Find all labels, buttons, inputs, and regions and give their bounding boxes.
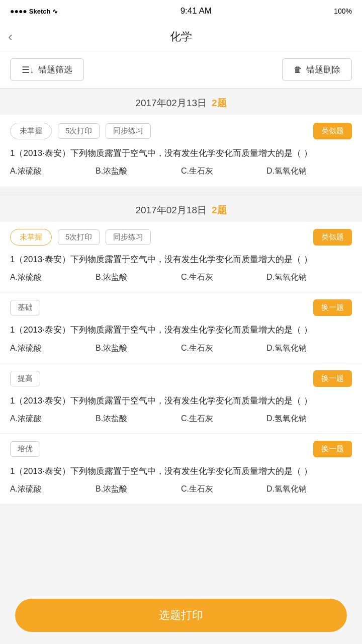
- tag-row-1-2: 提高 换一题: [10, 370, 352, 387]
- similar-button-0-0[interactable]: 类似题: [313, 123, 352, 139]
- print-button[interactable]: 选题打印: [15, 599, 347, 632]
- filter-button[interactable]: ☰↓ 错题筛选: [10, 58, 84, 81]
- question-card-1-0: 未掌握 5次打印 同步练习 类似题 1（2013·泰安）下列物质露置于空气中，没…: [0, 222, 362, 292]
- options-row-1-3: A.浓硫酸 B.浓盐酸 C.生石灰 D.氢氧化钠: [10, 484, 352, 495]
- tag-row-1-3: 培优 换一题: [10, 441, 352, 457]
- delete-button[interactable]: 🗑 错题删除: [282, 58, 352, 81]
- delete-icon: 🗑: [294, 65, 302, 75]
- option-A-1-1: A.浓硫酸: [10, 343, 96, 354]
- section-divider-0: [0, 192, 362, 196]
- option-C-1-2: C.生石灰: [181, 414, 266, 424]
- back-button[interactable]: ‹: [8, 29, 13, 45]
- status-battery: 100%: [334, 7, 352, 15]
- option-A-0-0: A.浓硫酸: [10, 166, 96, 177]
- date-section-0: 2017年02月13日 2题 未掌握 5次打印 同步练习 类似题 1（2013·…: [0, 89, 362, 187]
- change-button-1-2[interactable]: 换一题: [313, 370, 352, 387]
- option-C-1-3: C.生石灰: [181, 484, 266, 495]
- tag-row-1-0: 未掌握 5次打印 同步练习 类似题: [10, 229, 352, 246]
- tag-提高-1-2[interactable]: 提高: [10, 371, 40, 386]
- tag-row-1-1: 基础 换一题: [10, 299, 352, 316]
- options-row-1-1: A.浓硫酸 B.浓盐酸 C.生石灰 D.氢氧化钠: [10, 343, 352, 354]
- signal-dots: ●●●●: [10, 7, 27, 15]
- similar-button-1-0[interactable]: 类似题: [313, 229, 352, 246]
- option-A-1-0: A.浓硫酸: [10, 272, 96, 283]
- change-button-1-1[interactable]: 换一题: [313, 299, 352, 316]
- date-count-1: 2题: [212, 204, 227, 217]
- options-row-0-0: A.浓硫酸 B.浓盐酸 C.生石灰 D.氢氧化钠: [10, 166, 352, 177]
- date-section-1: 2017年02月18日 2题 未掌握 5次打印 同步练习 类似题 1（2013·…: [0, 196, 362, 504]
- tag-打印-0-0[interactable]: 5次打印: [58, 123, 100, 139]
- option-B-1-0: B.浓盐酸: [96, 272, 181, 283]
- status-bar: ●●●● Sketch ∿ 9:41 AM 100%: [0, 0, 362, 22]
- question-card-1-3: 培优 换一题 1（2013·泰安）下列物质露置于空气中，没有发生化学变化而质量增…: [0, 434, 362, 504]
- tag-未掌握-0-0[interactable]: 未掌握: [10, 123, 52, 139]
- change-button-1-3[interactable]: 换一题: [313, 441, 352, 457]
- option-B-0-0: B.浓盐酸: [96, 166, 181, 177]
- filter-icon: ☰↓: [22, 64, 34, 75]
- status-time: 9:41 AM: [180, 6, 212, 16]
- option-B-1-1: B.浓盐酸: [96, 343, 181, 354]
- status-signal: ●●●● Sketch ∿: [10, 7, 58, 15]
- question-card-1-1: 基础 换一题 1（2013·泰安）下列物质露置于空气中，没有发生化学变化而质量增…: [0, 292, 362, 363]
- date-count-0: 2题: [212, 97, 227, 110]
- option-D-1-0: D.氢氧化钠: [266, 272, 352, 283]
- bottom-bar: 选题打印: [0, 592, 362, 644]
- wifi-icon: ∿: [52, 8, 58, 15]
- filter-label: 错题筛选: [38, 64, 72, 75]
- option-C-1-1: C.生石灰: [181, 343, 266, 354]
- option-B-1-2: B.浓盐酸: [96, 414, 181, 424]
- nav-bar: ‹ 化学: [0, 22, 362, 51]
- tag-未掌握-1-0[interactable]: 未掌握: [10, 229, 52, 246]
- question-text-1-1: 1（2013·泰安）下列物质露置于空气中，没有发生化学变化而质量增大的是（ ）: [10, 323, 352, 337]
- option-A-1-2: A.浓硫酸: [10, 414, 96, 424]
- question-card-0-0: 未掌握 5次打印 同步练习 类似题 1（2013·泰安）下列物质露置于空气中，没…: [0, 115, 362, 187]
- wifi-label: Sketch: [29, 8, 51, 15]
- tag-row-0-0: 未掌握 5次打印 同步练习 类似题: [10, 123, 352, 139]
- question-card-1-2: 提高 换一题 1（2013·泰安）下列物质露置于空气中，没有发生化学变化而质量增…: [0, 363, 362, 434]
- option-C-0-0: C.生石灰: [181, 166, 266, 177]
- options-row-1-0: A.浓硫酸 B.浓盐酸 C.生石灰 D.氢氧化钠: [10, 272, 352, 283]
- date-text-1: 2017年02月18日: [135, 204, 207, 217]
- option-D-0-0: D.氢氧化钠: [266, 166, 352, 177]
- page-title: 化学: [170, 29, 192, 44]
- content-area: 2017年02月13日 2题 未掌握 5次打印 同步练习 类似题 1（2013·…: [0, 89, 362, 554]
- date-header-0: 2017年02月13日 2题: [0, 89, 362, 115]
- option-C-1-0: C.生石灰: [181, 272, 266, 283]
- tag-同步-1-0[interactable]: 同步练习: [106, 229, 151, 245]
- tag-培优-1-3[interactable]: 培优: [10, 441, 40, 457]
- option-A-1-3: A.浓硫酸: [10, 484, 96, 495]
- options-row-1-2: A.浓硫酸 B.浓盐酸 C.生石灰 D.氢氧化钠: [10, 414, 352, 424]
- tag-基础-1-1[interactable]: 基础: [10, 300, 40, 315]
- question-text-1-3: 1（2013·泰安）下列物质露置于空气中，没有发生化学变化而质量增大的是（ ）: [10, 464, 352, 478]
- question-text-1-2: 1（2013·泰安）下列物质露置于空气中，没有发生化学变化而质量增大的是（ ）: [10, 394, 352, 408]
- question-text-0-0: 1（2013·泰安）下列物质露置于空气中，没有发生化学变化而质量增大的是（ ）: [10, 146, 352, 160]
- delete-label: 错题删除: [306, 64, 340, 75]
- option-D-1-2: D.氢氧化钠: [266, 414, 352, 424]
- toolbar: ☰↓ 错题筛选 🗑 错题删除: [0, 51, 362, 89]
- date-text-0: 2017年02月13日: [135, 97, 207, 110]
- question-text-1-0: 1（2013·泰安）下列物质露置于空气中，没有发生化学变化而质量增大的是（ ）: [10, 253, 352, 266]
- option-B-1-3: B.浓盐酸: [96, 484, 181, 495]
- option-D-1-1: D.氢氧化钠: [266, 343, 352, 354]
- tag-打印-1-0[interactable]: 5次打印: [58, 229, 100, 245]
- date-header-1: 2017年02月18日 2题: [0, 196, 362, 222]
- option-D-1-3: D.氢氧化钠: [266, 484, 352, 495]
- tag-同步-0-0[interactable]: 同步练习: [106, 123, 151, 139]
